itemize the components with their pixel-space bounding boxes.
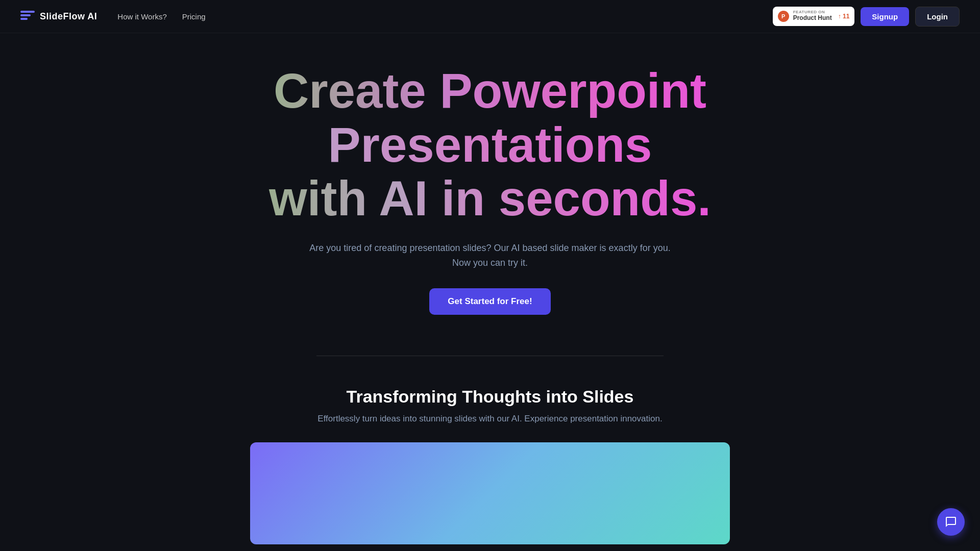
hero-title-line2: Presentations xyxy=(269,118,711,172)
nav-link-pricing[interactable]: Pricing xyxy=(182,12,206,21)
navbar-right: P FEATURED ON Product Hunt ↑ 11 Signup L… xyxy=(773,7,960,27)
chat-button[interactable] xyxy=(937,508,965,536)
product-hunt-label: FEATURED ON xyxy=(793,10,832,14)
signup-button[interactable]: Signup xyxy=(861,7,909,26)
hero-subtitle: Are you tired of creating presentation s… xyxy=(306,241,674,270)
transform-title: Transforming Thoughts into Slides xyxy=(347,387,634,407)
nav-link-how-it-works[interactable]: How it Works? xyxy=(117,12,166,21)
hero-title: Create Powerpoint Presentations with AI … xyxy=(269,64,711,226)
navbar-left: SlideFlow AI How it Works? Pricing xyxy=(20,11,206,22)
logo-icon xyxy=(20,11,35,22)
login-button[interactable]: Login xyxy=(915,7,960,27)
product-hunt-badge[interactable]: P FEATURED ON Product Hunt ↑ 11 xyxy=(773,7,855,26)
transform-section: Transforming Thoughts into Slides Effort… xyxy=(0,366,980,551)
transform-subtitle: Effortlessly turn ideas into stunning sl… xyxy=(317,414,662,424)
product-hunt-text: FEATURED ON Product Hunt xyxy=(793,10,832,22)
logo-text: SlideFlow AI xyxy=(40,11,97,22)
cta-button[interactable]: Get Started for Free! xyxy=(429,288,550,315)
hero-title-line1: Create Powerpoint xyxy=(274,63,706,118)
hero-section: Create Powerpoint Presentations with AI … xyxy=(0,0,980,345)
logo[interactable]: SlideFlow AI xyxy=(20,11,97,22)
product-hunt-count: ↑ 11 xyxy=(838,13,850,20)
navbar: SlideFlow AI How it Works? Pricing P FEA… xyxy=(0,0,980,33)
chat-icon xyxy=(945,516,957,528)
nav-links: How it Works? Pricing xyxy=(117,12,205,21)
divider-section xyxy=(0,345,980,366)
product-hunt-icon: P xyxy=(778,11,789,22)
preview-image xyxy=(250,442,730,544)
hero-title-line3: with AI in seconds. xyxy=(269,171,711,226)
divider-line xyxy=(316,356,664,356)
product-hunt-name: Product Hunt xyxy=(793,14,832,22)
